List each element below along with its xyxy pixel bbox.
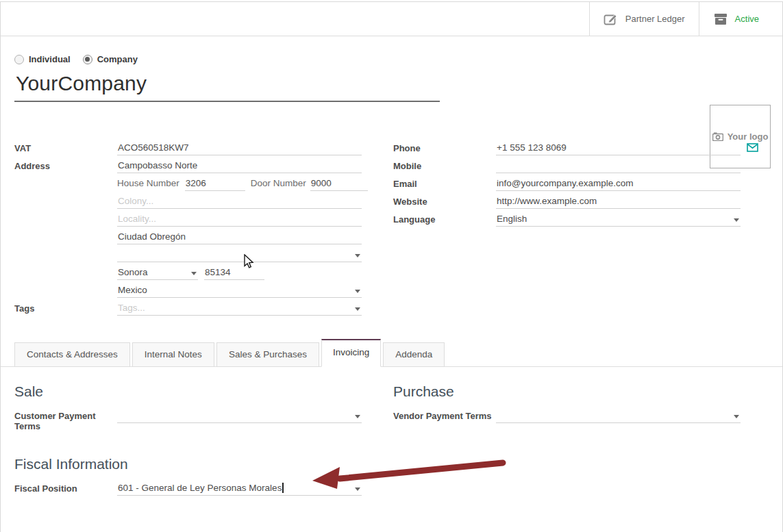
phone-row: Phone +1 555 123 8069 — [393, 141, 741, 159]
language-label: Language — [393, 212, 496, 225]
sale-heading: Sale — [14, 383, 362, 400]
customer-payment-terms-select[interactable] — [117, 409, 362, 423]
country-select[interactable]: Mexico — [117, 283, 362, 298]
door-number-input[interactable]: 9000 — [310, 177, 368, 191]
fiscal-position-value: 601 - General de Ley Personas Morales — [118, 483, 282, 493]
text-cursor — [282, 483, 284, 493]
house-door-row: House Number 3206 Door Number 9000 — [14, 177, 362, 194]
vendor-payment-terms-row: Vendor Payment Terms — [393, 409, 741, 427]
archive-icon — [713, 13, 728, 25]
house-number-label: House Number — [117, 177, 179, 188]
top-button-bar: Partner Ledger Active — [1, 2, 782, 36]
country-value: Mexico — [117, 283, 362, 298]
envelope-icon[interactable] — [747, 143, 758, 152]
phone-input[interactable]: +1 555 123 8069 — [496, 141, 741, 155]
invoicing-tab-content: Sale Customer Payment Terms Purchase Ven… — [1, 367, 782, 499]
language-value: English — [496, 212, 741, 227]
vendor-payment-terms-value — [496, 409, 741, 423]
municipality-select[interactable] — [117, 248, 362, 262]
company-radio-label: Company — [97, 54, 138, 64]
mobile-row: Mobile — [393, 159, 741, 177]
state-value: Sonora — [117, 266, 198, 280]
tab-invoicing[interactable]: Invoicing — [321, 339, 381, 367]
language-select[interactable]: English — [496, 212, 741, 227]
state-zip-row: Sonora 85134 — [14, 266, 362, 283]
tags-label: Tags — [14, 301, 117, 314]
company-radio[interactable]: Company — [83, 54, 138, 64]
partner-form-page: Partner Ledger Active Individual Company — [0, 1, 783, 532]
door-number-label: Door Number — [251, 177, 306, 188]
logo-placeholder-label: Your logo — [728, 131, 769, 142]
tab-internal-notes[interactable]: Internal Notes — [132, 342, 214, 366]
tags-input[interactable]: Tags... — [117, 301, 362, 316]
city-input[interactable]: Ciudad Obregón — [117, 230, 362, 244]
radio-checked-icon[interactable] — [83, 55, 92, 64]
mobile-input[interactable] — [496, 159, 741, 173]
chevron-down-icon — [355, 307, 360, 311]
street-row: Address Campobasso Norte — [14, 159, 362, 177]
form-sheet: Individual Company YourCompany Your logo — [1, 54, 782, 319]
chevron-down-icon — [734, 415, 739, 418]
radio-unchecked-icon[interactable] — [14, 55, 24, 64]
house-number-input[interactable]: 3206 — [185, 177, 245, 191]
active-button[interactable]: Active — [699, 2, 782, 36]
website-label: Website — [393, 194, 496, 207]
left-field-column: VAT ACO560518KW7 Address Campobasso Nort… — [14, 141, 362, 319]
colony-row: Colony... — [14, 194, 362, 212]
purchase-group: Purchase Vendor Payment Terms — [393, 383, 741, 431]
company-type-selector: Individual Company — [14, 54, 769, 64]
website-row: Website http://www.example.com — [393, 194, 741, 212]
tab-addenda[interactable]: Addenda — [383, 342, 445, 366]
vendor-payment-terms-label: Vendor Payment Terms — [393, 409, 496, 421]
right-field-column: Phone +1 555 123 8069 Mobile — [393, 141, 741, 319]
fiscal-position-row: Fiscal Position 601 - General de Ley Per… — [14, 481, 362, 499]
vat-input[interactable]: ACO560518KW7 — [117, 141, 362, 155]
partner-ledger-label: Partner Ledger — [625, 14, 685, 24]
street-input[interactable]: Campobasso Norte — [117, 159, 362, 173]
customer-payment-terms-row: Customer Payment Terms — [14, 409, 362, 431]
vat-label: VAT — [14, 141, 117, 153]
state-select[interactable]: Sonora — [117, 266, 198, 280]
city-row: Ciudad Obregón — [14, 230, 362, 248]
locality-row: Locality... — [14, 212, 362, 230]
language-row: Language English — [393, 212, 741, 230]
chevron-down-icon — [355, 487, 360, 491]
camera-icon — [712, 132, 723, 141]
country-row: Mexico — [14, 283, 362, 301]
vat-row: VAT ACO560518KW7 — [14, 141, 362, 159]
sale-group: Sale Customer Payment Terms — [14, 383, 362, 431]
customer-payment-terms-value — [117, 409, 362, 423]
chevron-down-icon — [355, 415, 360, 418]
mobile-label: Mobile — [393, 159, 496, 171]
customer-payment-terms-label: Customer Payment Terms — [14, 409, 117, 431]
phone-label: Phone — [393, 141, 496, 153]
individual-radio-label: Individual — [29, 54, 71, 64]
email-row: Email info@yourcompany.example.com — [393, 177, 741, 194]
chevron-down-icon — [191, 272, 197, 275]
locality-input[interactable]: Locality... — [117, 212, 362, 227]
municipality-row — [14, 248, 362, 266]
company-name-input[interactable]: YourCompany — [14, 71, 440, 102]
vendor-payment-terms-select[interactable] — [496, 409, 741, 423]
zip-input[interactable]: 85134 — [204, 266, 264, 280]
active-label: Active — [735, 14, 759, 24]
fiscal-position-label: Fiscal Position — [14, 481, 117, 494]
purchase-heading: Purchase — [393, 383, 741, 400]
fiscal-information-heading: Fiscal Information — [14, 456, 769, 472]
tags-row: Tags Tags... — [14, 301, 362, 319]
colony-input[interactable]: Colony... — [117, 194, 362, 209]
partner-ledger-button[interactable]: Partner Ledger — [589, 2, 699, 36]
email-input[interactable]: info@yourcompany.example.com — [496, 177, 741, 191]
tags-placeholder: Tags... — [117, 301, 362, 316]
website-input[interactable]: http://www.example.com — [496, 194, 741, 209]
address-label: Address — [14, 159, 117, 171]
tab-contacts-addresses[interactable]: Contacts & Addresses — [14, 342, 130, 366]
edit-icon — [604, 13, 619, 25]
fiscal-position-input[interactable]: 601 - General de Ley Personas Morales — [117, 481, 362, 496]
contact-fields: VAT ACO560518KW7 Address Campobasso Nort… — [14, 141, 769, 319]
chevron-down-icon — [355, 254, 360, 257]
fiscal-information-group: Fiscal Information Fiscal Position 601 -… — [14, 456, 769, 499]
email-label: Email — [393, 177, 496, 189]
tab-sales-purchases[interactable]: Sales & Purchases — [216, 342, 319, 366]
individual-radio[interactable]: Individual — [14, 54, 71, 64]
